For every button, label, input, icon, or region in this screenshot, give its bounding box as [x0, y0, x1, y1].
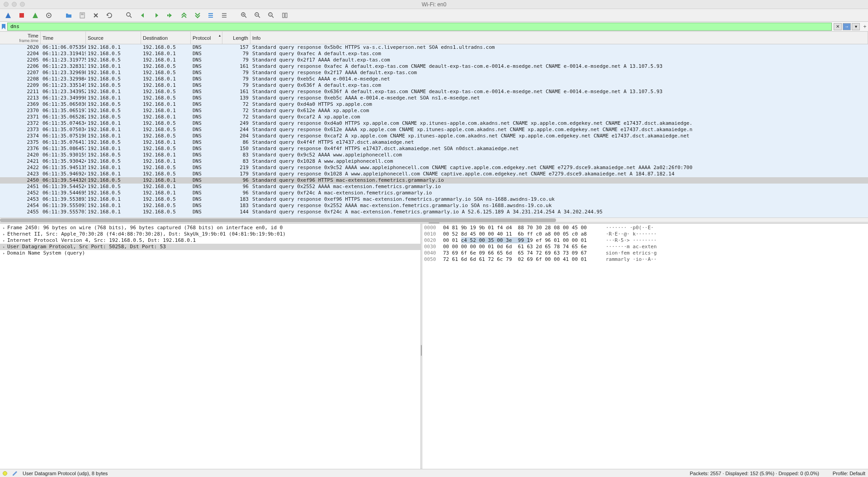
packet-row[interactable]: 237506:11:35.076411192.168.0.5192.168.0.…	[0, 139, 868, 146]
packet-row[interactable]: 242206:11:35.945135192.168.0.1192.168.0.…	[0, 165, 868, 171]
detail-tree-item[interactable]: ▸Frame 2450: 96 bytes on wire (768 bits)…	[0, 225, 420, 231]
hex-line[interactable]: 001000 52 8d 45 00 00 40 11 6b ff c0 a8 …	[424, 231, 866, 237]
packet-row[interactable]: 242006:11:35.930159192.168.0.5192.168.0.…	[0, 152, 868, 158]
capture-options-button[interactable]	[43, 10, 54, 20]
svg-rect-18	[283, 13, 284, 18]
packet-details-pane[interactable]: ▸Frame 2450: 96 bytes on wire (768 bits)…	[0, 224, 420, 477]
col-header-destination[interactable]: Destination	[141, 32, 191, 44]
packet-row[interactable]: 237306:11:35.075034192.168.0.1192.168.0.…	[0, 127, 868, 133]
packet-row[interactable]: 237106:11:35.065282192.168.0.5192.168.0.…	[0, 114, 868, 120]
bookmark-filter-icon[interactable]	[0, 23, 7, 31]
clear-filter-button[interactable]: ✕	[834, 23, 842, 30]
edit-capture-comment-icon[interactable]	[12, 470, 18, 477]
window-controls[interactable]	[4, 2, 25, 7]
colorize-button[interactable]	[219, 10, 230, 20]
packet-row[interactable]: 236906:11:35.065030192.168.0.5192.168.0.…	[0, 101, 868, 108]
start-capture-button[interactable]	[3, 10, 14, 20]
tree-toggle-icon[interactable]: ▸	[3, 237, 7, 244]
packet-row[interactable]: 220506:11:23.319775192.168.0.5192.168.0.…	[0, 57, 868, 63]
packet-row[interactable]: 237206:11:35.074634192.168.0.1192.168.0.…	[0, 120, 868, 127]
tree-toggle-icon[interactable]: ▸	[3, 244, 7, 250]
packet-row[interactable]: 245006:11:39.544320192.168.0.5192.168.0.…	[0, 177, 868, 184]
hex-line[interactable]: 003000 00 00 00 00 01 0d 6d 61 63 2d 65 …	[424, 244, 866, 250]
packet-row[interactable]: 221106:11:23.343952192.168.0.1192.168.0.…	[0, 89, 868, 95]
svg-point-2	[48, 14, 50, 16]
packet-row[interactable]: 245506:11:39.555701192.168.0.1192.168.0.…	[0, 209, 868, 215]
svg-rect-3	[80, 13, 85, 18]
packet-row[interactable]: 220706:11:23.329698192.168.0.1192.168.0.…	[0, 70, 868, 76]
find-packet-button[interactable]	[124, 10, 135, 20]
open-file-button[interactable]	[63, 10, 74, 20]
svg-point-6	[127, 13, 130, 16]
tree-toggle-icon[interactable]: ▸	[3, 225, 7, 231]
hex-line[interactable]: 005072 61 6d 6d 61 72 6c 79 02 69 6f 00 …	[424, 256, 866, 263]
auto-scroll-button[interactable]	[205, 10, 216, 20]
zoom-reset-button[interactable]: 1	[266, 10, 277, 20]
svg-rect-7	[167, 14, 169, 16]
go-back-button[interactable]	[137, 10, 148, 20]
packet-row[interactable]: 220806:11:23.329984192.168.0.5192.168.0.…	[0, 76, 868, 82]
display-filter-bar: ✕ → ▾ +	[0, 22, 868, 32]
packet-row[interactable]: 237606:11:35.086457192.168.0.1192.168.0.…	[0, 146, 868, 152]
scrollbar-thumb[interactable]	[0, 218, 556, 222]
detail-tree-item[interactable]: ▸User Datagram Protocol, Src Port: 50258…	[0, 244, 420, 250]
packet-list[interactable]: 202006:11:06.075356192.168.0.1192.168.0.…	[0, 44, 868, 217]
tree-toggle-icon[interactable]: ▸	[3, 250, 7, 256]
svg-rect-10	[208, 17, 213, 18]
col-header-time-sub[interactable]: Timeframe.time	[0, 32, 41, 44]
hex-line[interactable]: 002000 01 c4 52 00 35 00 3e 99 19 ef 96 …	[424, 237, 866, 244]
expert-info-icon[interactable]	[3, 471, 7, 476]
stop-capture-button[interactable]	[16, 10, 27, 20]
packet-bytes-pane[interactable]: 000004 81 9b 19 9b 01 f4 d4 88 70 30 28 …	[422, 224, 868, 477]
go-forward-button[interactable]	[151, 10, 162, 20]
save-file-button[interactable]	[77, 10, 88, 20]
col-header-source[interactable]: Source	[86, 32, 141, 44]
zoom-in-button[interactable]	[239, 10, 250, 20]
go-last-button[interactable]	[192, 10, 203, 20]
bottom-panes: ▸Frame 2450: 96 bytes on wire (768 bits)…	[0, 224, 868, 477]
add-filter-button[interactable]: +	[862, 24, 868, 30]
packet-row[interactable]: 237406:11:35.075198192.168.0.1192.168.0.…	[0, 133, 868, 139]
packet-row[interactable]: 220406:11:23.319419192.168.0.5192.168.0.…	[0, 51, 868, 57]
col-header-info[interactable]: Info	[250, 32, 868, 44]
minimize-window-icon[interactable]	[12, 2, 17, 7]
detail-tree-item[interactable]: ▸Domain Name System (query)	[0, 250, 420, 256]
packet-row[interactable]: 237006:11:35.065197192.168.0.5192.168.0.…	[0, 108, 868, 114]
col-header-length[interactable]: Length	[222, 32, 250, 44]
packet-row[interactable]: 245406:11:39.555093192.168.0.1192.168.0.…	[0, 203, 868, 209]
svg-rect-13	[222, 17, 226, 18]
close-window-icon[interactable]	[4, 2, 9, 7]
packet-row[interactable]: 220606:11:23.328313192.168.0.1192.168.0.…	[0, 63, 868, 70]
hex-line[interactable]: 000004 81 9b 19 9b 01 f4 d4 88 70 30 28 …	[424, 225, 866, 231]
col-header-time[interactable]: Time	[41, 32, 86, 44]
zoom-out-button[interactable]	[252, 10, 263, 20]
hex-line[interactable]: 004073 69 6f 6e 09 66 65 6d 65 74 72 69 …	[424, 250, 866, 256]
packet-row[interactable]: 202006:11:06.075356192.168.0.1192.168.0.…	[0, 44, 868, 51]
packet-row[interactable]: 242106:11:35.930424192.168.0.5192.168.0.…	[0, 158, 868, 165]
tree-toggle-icon[interactable]: ▸	[3, 231, 7, 237]
packet-row[interactable]: 245306:11:39.553893192.168.0.1192.168.0.…	[0, 196, 868, 203]
reload-button[interactable]	[104, 10, 115, 20]
go-first-button[interactable]	[178, 10, 189, 20]
restart-capture-button[interactable]	[30, 10, 41, 20]
apply-filter-button[interactable]: →	[843, 23, 851, 30]
svg-rect-19	[285, 13, 287, 18]
go-to-packet-button[interactable]	[165, 10, 175, 20]
packet-row[interactable]: 242306:11:35.946924192.168.0.1192.168.0.…	[0, 171, 868, 177]
zoom-window-icon[interactable]	[20, 2, 25, 7]
packet-row[interactable]: 220906:11:23.335149192.168.0.5192.168.0.…	[0, 82, 868, 89]
horizontal-scrollbar[interactable]	[0, 217, 868, 222]
packet-row[interactable]: 245106:11:39.544524192.168.0.5192.168.0.…	[0, 184, 868, 190]
detail-tree-item[interactable]: ▸Ethernet II, Src: Apple_70:30:28 (f4:d4…	[0, 231, 420, 237]
detail-tree-item[interactable]: ▸Internet Protocol Version 4, Src: 192.1…	[0, 237, 420, 244]
close-file-button[interactable]	[90, 10, 101, 20]
packet-row[interactable]: 221306:11:23.349998192.168.0.1192.168.0.…	[0, 95, 868, 101]
display-filter-input[interactable]	[7, 23, 832, 31]
svg-rect-5	[81, 14, 84, 15]
col-header-protocol[interactable]: Protocol▴	[191, 32, 222, 44]
packet-row[interactable]: 245206:11:39.544695192.168.0.5192.168.0.…	[0, 190, 868, 196]
resize-columns-button[interactable]	[279, 10, 290, 20]
status-profile[interactable]: Profile: Default	[833, 471, 865, 476]
filter-history-button[interactable]: ▾	[852, 23, 860, 30]
titlebar: Wi-Fi: en0	[0, 0, 868, 9]
